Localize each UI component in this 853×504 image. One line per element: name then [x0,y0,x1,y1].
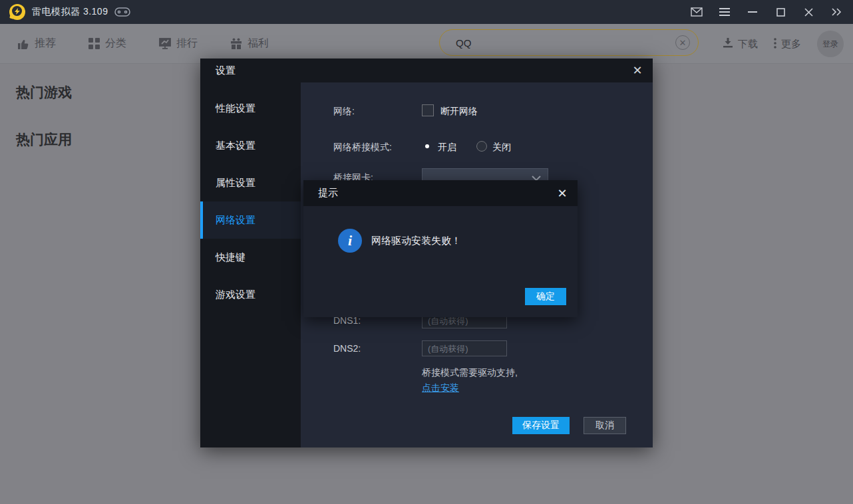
grid-icon [88,38,100,49]
app-logo-icon [9,4,25,20]
download-label: 下载 [738,38,758,51]
mail-icon[interactable] [687,3,707,21]
menu-icon[interactable] [715,3,735,21]
more-button[interactable]: 更多 [774,38,801,51]
settings-sidebar: 性能设置 基本设置 属性设置 网络设置 快捷键 游戏设置 [200,82,301,447]
bridge-on-label: 开启 [438,142,456,154]
sidebar-item-performance[interactable]: 性能设置 [200,90,301,127]
alert-header: 提示 ✕ [303,180,578,206]
settings-dialog-header: 设置 ✕ [200,59,653,82]
dns2-input[interactable] [422,340,507,356]
save-settings-button[interactable]: 保存设置 [512,417,570,434]
minimize-icon[interactable] [743,3,763,21]
login-button[interactable]: 登录 [817,31,844,57]
bridge-off-radio[interactable] [476,141,487,152]
download-button[interactable]: 下载 [723,38,758,51]
app-body: 推荐 分类 [0,24,853,504]
nav-tab-benefits[interactable]: 福利 [230,37,269,51]
nav-tab-label: 推荐 [35,37,56,51]
nav-tab-label: 分类 [105,37,126,51]
install-driver-link[interactable]: 点击安装 [422,382,459,394]
search-input[interactable] [456,37,675,49]
more-dots-icon [774,38,776,51]
search-clear-icon[interactable]: ✕ [675,35,690,50]
heading-hot-games: 热门游戏 [16,83,72,102]
login-label: 登录 [822,39,838,50]
alert-dialog: 提示 ✕ i 网络驱动安装失败！ 确定 [303,180,578,317]
maximize-icon[interactable] [770,3,790,21]
driver-hint-text: 桥接模式需要驱动支持, [422,367,518,379]
sidebar-item-network[interactable]: 网络设置 [200,201,301,239]
alert-ok-button[interactable]: 确定 [525,288,566,305]
cancel-button[interactable]: 取消 [584,417,626,434]
download-icon [723,38,733,51]
dns2-label: DNS2: [333,343,420,354]
nav-tab-recommend[interactable]: 推荐 [17,37,56,51]
alert-close-icon[interactable]: ✕ [554,185,571,202]
thumbs-up-icon [17,38,29,50]
expand-icon[interactable] [826,3,846,21]
gift-icon [230,38,242,49]
main-navbar: 推荐 分类 [0,24,853,64]
alert-message: 网络驱动安装失败！ [371,235,461,247]
disconnect-network-checkbox[interactable] [422,104,434,116]
settings-dialog-title: 设置 [216,64,236,77]
nav-tab-ranking[interactable]: 排行 [159,37,198,51]
sidebar-item-shortcuts[interactable]: 快捷键 [200,239,301,276]
search-box[interactable]: ✕ [439,29,699,56]
bridge-off-label: 关闭 [492,142,511,154]
bridge-mode-label: 网络桥接模式: [333,142,420,154]
info-icon: i [338,229,362,253]
more-label: 更多 [781,38,801,51]
heading-hot-apps: 热门应用 [16,130,72,149]
ranking-chart-icon [159,38,171,49]
disconnect-network-label: 断开网络 [440,106,478,118]
sidebar-item-game[interactable]: 游戏设置 [200,276,301,313]
sidebar-item-property[interactable]: 属性设置 [200,164,301,201]
nav-tab-categories[interactable]: 分类 [88,37,126,51]
nav-tab-label: 福利 [248,37,269,51]
nav-tab-label: 排行 [176,37,198,51]
network-label: 网络: [333,106,420,118]
app-window: 雷电模拟器 3.109 [0,0,853,504]
titlebar: 雷电模拟器 3.109 [0,0,853,24]
alert-body: i 网络驱动安装失败！ 确定 [303,206,578,317]
sidebar-item-basic[interactable]: 基本设置 [200,127,301,164]
settings-close-icon[interactable]: ✕ [629,62,646,79]
gamepad-icon [114,7,130,17]
app-title: 雷电模拟器 3.109 [32,6,108,18]
close-window-icon[interactable] [798,3,818,21]
alert-title: 提示 [318,187,338,199]
